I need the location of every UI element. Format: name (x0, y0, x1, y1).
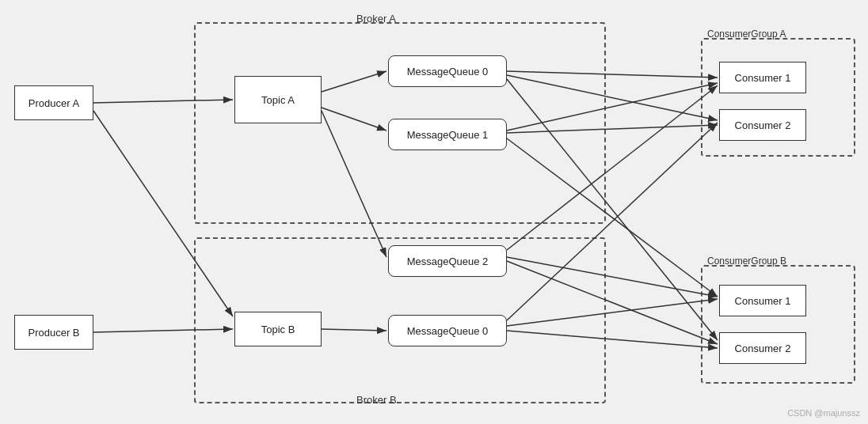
consumer-b2-node: Consumer 2 (719, 332, 806, 364)
producer-b-label: Producer B (28, 327, 79, 339)
topic-a-label: Topic A (261, 94, 295, 106)
topic-b-node: Topic B (234, 312, 322, 346)
diagram-container: Broker A Broker B ConsumerGroup A Consum… (0, 0, 868, 424)
consumer-b1-node: Consumer 1 (719, 285, 806, 316)
producer-a-label: Producer A (29, 97, 79, 109)
mq0-broker-b-node: MessageQueue 0 (388, 315, 507, 346)
producer-b-node: Producer B (14, 315, 93, 350)
watermark: CSDN @majunssz (787, 408, 860, 418)
producer-a-node: Producer A (14, 85, 93, 120)
consumer-a1-node: Consumer 1 (719, 62, 806, 93)
broker-a-label: Broker A (356, 13, 396, 25)
broker-b-label: Broker B (356, 394, 397, 406)
consumer-a1-label: Consumer 1 (735, 72, 791, 84)
topic-b-label: Topic B (261, 324, 295, 335)
mq0-broker-a-label: MessageQueue 0 (407, 66, 489, 78)
consumer-a2-label: Consumer 2 (735, 119, 791, 131)
consumer-group-b-box (701, 265, 855, 384)
mq1-broker-a-label: MessageQueue 1 (407, 129, 489, 141)
mq0-broker-a-node: MessageQueue 0 (388, 55, 507, 87)
consumer-a2-node: Consumer 2 (719, 109, 806, 141)
mq1-broker-a-node: MessageQueue 1 (388, 119, 507, 150)
consumer-group-a-label: ConsumerGroup A (707, 28, 786, 40)
topic-a-node: Topic A (234, 76, 322, 123)
consumer-b2-label: Consumer 2 (735, 343, 791, 354)
mq2-broker-b-node: MessageQueue 2 (388, 245, 507, 277)
consumer-b1-label: Consumer 1 (735, 295, 791, 307)
mq2-broker-b-label: MessageQueue 2 (407, 256, 489, 267)
mq0-broker-b-label: MessageQueue 0 (407, 325, 489, 337)
consumer-group-b-label: ConsumerGroup B (707, 256, 786, 267)
